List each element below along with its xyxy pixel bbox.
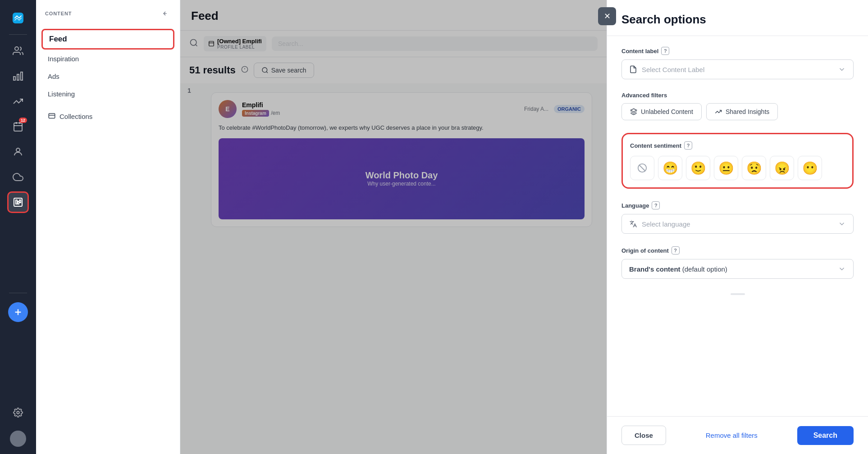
- nav-item-trend[interactable]: [7, 91, 29, 112]
- origin-label-text: Origin of content: [621, 247, 669, 254]
- nav-item-board[interactable]: [7, 191, 29, 213]
- menu-item-inspiration[interactable]: Inspiration: [41, 50, 174, 67]
- sentiment-neutral-button[interactable]: 😐: [714, 156, 738, 180]
- save-search-label: Save search: [271, 67, 306, 74]
- advanced-filters-row: Unlabeled Content Shared Insights: [621, 103, 854, 120]
- sentiment-positive-emoji: 🙂: [690, 161, 706, 176]
- language-label-text: Language: [621, 202, 649, 209]
- panel-body: Content label ? Select Content Label Adv…: [607, 36, 868, 416]
- unlabeled-icon: [630, 108, 637, 115]
- post-number: 1: [187, 87, 198, 94]
- sentiment-none-button[interactable]: [630, 156, 654, 180]
- language-section: Language ? Select language: [621, 201, 854, 234]
- sidebar-nav: 12: [0, 0, 36, 454]
- content-label-dropdown[interactable]: Select Content Label: [621, 59, 854, 79]
- svg-rect-5: [14, 123, 22, 131]
- nav-item-cloud[interactable]: [7, 166, 29, 188]
- results-count: 51 results: [189, 64, 236, 76]
- profile-name: [Owned] Emplifi: [217, 38, 262, 45]
- svg-rect-13: [19, 200, 21, 203]
- remove-filters-link[interactable]: Remove all filters: [706, 431, 758, 439]
- calendar-badge: 12: [19, 118, 27, 123]
- sentiment-help-icon[interactable]: ?: [684, 141, 692, 150]
- post-image-title: World Photo Day: [365, 170, 438, 181]
- svg-rect-22: [209, 41, 214, 46]
- sentiment-heading: Content sentiment ?: [630, 141, 845, 150]
- nav-add-button[interactable]: [8, 302, 28, 322]
- search-button[interactable]: Search: [797, 426, 854, 445]
- nav-divider-top: [9, 34, 27, 35]
- content-sidebar-header: CONTENT: [36, 0, 180, 27]
- menu-item-collections[interactable]: Collections: [41, 108, 174, 125]
- nav-logo[interactable]: [7, 7, 29, 29]
- content-label-section: Content label ? Select Content Label: [621, 47, 854, 79]
- sentiment-very-positive-button[interactable]: 😁: [658, 156, 682, 180]
- language-icon: [629, 220, 637, 228]
- panel-header: Search options: [607, 0, 868, 36]
- search-input-area[interactable]: Search...: [272, 36, 598, 51]
- nav-item-users[interactable]: [7, 141, 29, 163]
- inspiration-menu-label: Inspiration: [48, 55, 79, 63]
- origin-section: Origin of content ? Brand's content (def…: [621, 246, 854, 279]
- sentiment-positive-button[interactable]: 🙂: [686, 156, 710, 180]
- svg-point-26: [262, 68, 267, 73]
- nav-settings-button[interactable]: [7, 402, 29, 423]
- nav-item-calendar[interactable]: 12: [7, 116, 29, 137]
- info-icon: [241, 66, 248, 75]
- organic-badge: ORGANIC: [554, 105, 585, 113]
- origin-dropdown-left: Brand's content (default option): [629, 265, 727, 273]
- sentiment-not-detected-button[interactable]: 😶: [798, 156, 822, 180]
- svg-line-30: [640, 165, 645, 171]
- post-info: Emplifi Instagram /em: [242, 101, 519, 117]
- unlabeled-content-button[interactable]: Unlabeled Content: [621, 103, 702, 120]
- post-header: E Emplifi Instagram /em Friday A... ORGA…: [219, 100, 585, 118]
- post-author: Emplifi: [242, 101, 519, 109]
- results-bar: 51 results Save search: [180, 57, 607, 83]
- search-placeholder: Search...: [278, 40, 303, 47]
- post-handle: /em: [271, 110, 280, 116]
- language-dropdown-left: Select language: [629, 220, 690, 228]
- collapse-sidebar-button[interactable]: [158, 7, 171, 20]
- sentiment-very-negative-button[interactable]: 😠: [770, 156, 794, 180]
- panel-close-button[interactable]: ✕: [598, 7, 616, 25]
- language-dropdown[interactable]: Select language: [621, 214, 854, 234]
- nav-avatar[interactable]: [10, 431, 26, 447]
- origin-dropdown[interactable]: Brand's content (default option): [621, 259, 854, 279]
- language-placeholder: Select language: [642, 220, 690, 228]
- platform-badge: Instagram: [242, 110, 269, 117]
- sentiment-negative-button[interactable]: 😟: [742, 156, 766, 180]
- advanced-filters-heading: Advanced filters: [621, 92, 854, 99]
- sentiment-label-text: Content sentiment: [630, 142, 681, 149]
- content-nav-menu: Feed Inspiration Ads Listening: [36, 27, 180, 104]
- content-sidebar: CONTENT Feed Inspiration Ads Listening C…: [36, 0, 180, 454]
- post-date: Friday A...: [524, 106, 548, 112]
- nav-item-analytics[interactable]: [7, 65, 29, 87]
- content-label-help-icon[interactable]: ?: [661, 47, 669, 55]
- language-help-icon[interactable]: ?: [652, 201, 660, 209]
- menu-item-ads[interactable]: Ads: [41, 68, 174, 85]
- shared-insights-button[interactable]: Shared Insights: [706, 103, 778, 120]
- origin-help-icon[interactable]: ?: [672, 246, 680, 254]
- dropdown-chevron-icon: [838, 65, 846, 73]
- svg-point-20: [191, 40, 196, 45]
- search-button-label: Search: [813, 431, 837, 439]
- content-label-dropdown-left: Select Content Label: [629, 65, 704, 73]
- svg-rect-0: [13, 13, 23, 23]
- sentiment-very-negative-emoji: 😠: [774, 161, 790, 176]
- shared-insights-label: Shared Insights: [726, 108, 769, 115]
- main-feed: Feed [Owned] Emplifi PROFILE LABEL Searc…: [180, 0, 607, 454]
- feed-title: Feed: [191, 9, 219, 23]
- close-button[interactable]: Close: [621, 426, 666, 445]
- post-image: World Photo Day Why user-generated conte…: [219, 138, 585, 219]
- remove-filters-label: Remove all filters: [706, 431, 758, 439]
- shared-insights-icon: [715, 108, 722, 115]
- sentiment-negative-emoji: 😟: [746, 161, 762, 176]
- nav-item-people[interactable]: [7, 40, 29, 62]
- post-text: To celebrate #WorldPhotoDay (tomorrow), …: [219, 123, 585, 133]
- menu-item-feed[interactable]: Feed: [41, 29, 174, 50]
- menu-item-listening[interactable]: Listening: [41, 86, 174, 102]
- post-card: E Emplifi Instagram /em Friday A... ORGA…: [211, 92, 592, 227]
- svg-point-1: [15, 47, 18, 50]
- sentiment-very-positive-emoji: 😁: [662, 161, 678, 176]
- save-search-button[interactable]: Save search: [254, 63, 314, 78]
